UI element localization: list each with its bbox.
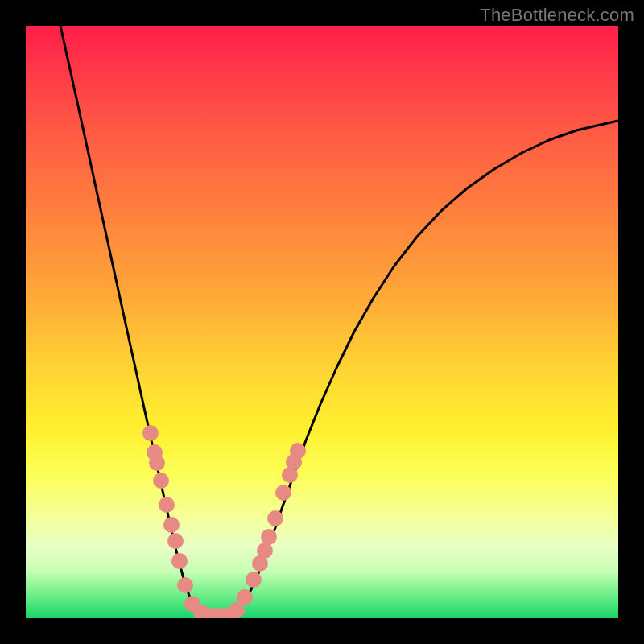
marker-dot xyxy=(149,455,165,471)
marker-dot xyxy=(257,543,273,559)
marker-dot xyxy=(267,510,283,526)
marker-dot xyxy=(163,517,180,533)
marker-dot xyxy=(261,529,277,545)
chart-svg xyxy=(26,26,618,618)
curve-group xyxy=(60,26,618,616)
marker-dot xyxy=(159,497,175,513)
marker-group xyxy=(142,425,306,618)
marker-dot xyxy=(237,589,253,605)
marker-dot xyxy=(275,485,291,501)
marker-dot xyxy=(290,443,306,459)
marker-dot xyxy=(167,533,184,549)
curve-right-curve xyxy=(229,121,618,615)
marker-dot xyxy=(177,577,193,593)
marker-dot xyxy=(171,553,188,569)
marker-dot xyxy=(153,473,169,489)
watermark-text: TheBottleneck.com xyxy=(480,5,634,26)
marker-dot xyxy=(142,425,159,441)
curve-left-curve xyxy=(60,26,208,615)
plot-area xyxy=(26,26,618,618)
marker-dot xyxy=(246,572,262,588)
